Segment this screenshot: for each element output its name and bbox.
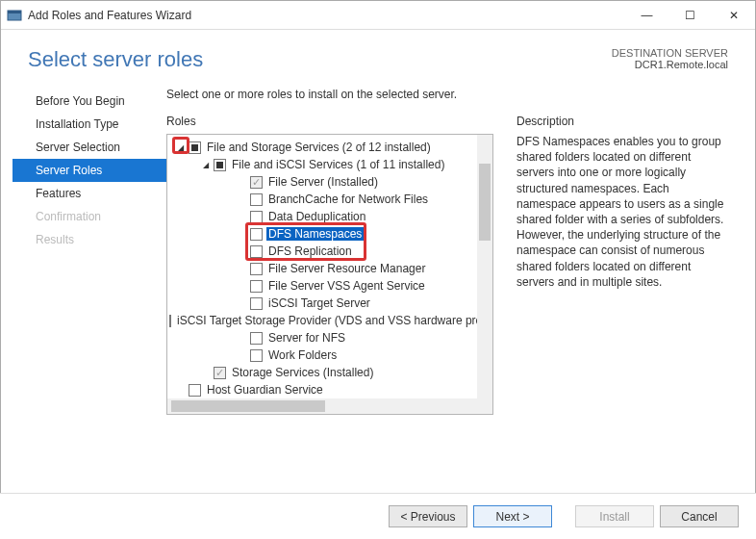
wizard-footer: < Previous Next > Install Cancel bbox=[0, 493, 756, 539]
vertical-scrollbar[interactable] bbox=[477, 135, 492, 398]
close-button[interactable]: ✕ bbox=[712, 1, 755, 30]
window-title: Add Roles and Features Wizard bbox=[28, 9, 625, 22]
tree-node-label[interactable]: File Server VSS Agent Service bbox=[266, 279, 427, 293]
tree-node[interactable]: Storage Services (Installed) bbox=[167, 364, 477, 381]
page-title: Select server roles bbox=[28, 47, 612, 72]
tree-node[interactable]: Data Deduplication bbox=[167, 208, 477, 225]
tree-node[interactable]: ◢File and iSCSI Services (1 of 11 instal… bbox=[167, 156, 477, 173]
tree-node-label[interactable]: DFS Replication bbox=[266, 244, 354, 258]
expander-placeholder bbox=[237, 297, 248, 309]
tree-node[interactable]: File Server VSS Agent Service bbox=[167, 277, 477, 295]
tree-node[interactable]: BranchCache for Network Files bbox=[167, 191, 477, 208]
horizontal-scrollbar[interactable] bbox=[167, 398, 477, 414]
description-text: DFS Namespaces enables you to group shar… bbox=[517, 134, 728, 290]
checkbox[interactable] bbox=[250, 349, 263, 362]
wizard-icon bbox=[7, 8, 22, 23]
destination-label: DESTINATION SERVER bbox=[612, 47, 728, 59]
tree-node-label[interactable]: File Server (Installed) bbox=[266, 175, 380, 189]
checkbox[interactable] bbox=[250, 245, 263, 258]
expander-placeholder bbox=[237, 193, 248, 205]
sidebar-item-installation-type[interactable]: Installation Type bbox=[13, 113, 166, 136]
sidebar-item-confirmation: Confirmation bbox=[13, 205, 166, 228]
roles-tree: ◢File and Storage Services (2 of 12 inst… bbox=[166, 134, 493, 415]
tree-node-label[interactable]: File and iSCSI Services (1 of 11 install… bbox=[230, 158, 446, 171]
checkbox[interactable] bbox=[250, 176, 263, 189]
tree-node-label[interactable]: Data Deduplication bbox=[266, 210, 367, 223]
checkbox[interactable] bbox=[250, 263, 263, 275]
tree-node-label[interactable]: DFS Namespaces bbox=[266, 227, 364, 241]
tree-node-label[interactable]: Host Guardian Service bbox=[205, 383, 325, 397]
checkbox[interactable] bbox=[250, 228, 263, 241]
tree-node[interactable]: Work Folders bbox=[167, 346, 477, 364]
description-heading: Description bbox=[517, 115, 728, 128]
destination-server-block: DESTINATION SERVER DCR1.Remote.local bbox=[612, 47, 728, 70]
checkbox[interactable] bbox=[189, 384, 201, 397]
checkbox[interactable] bbox=[250, 280, 263, 293]
sidebar-item-before-you-begin[interactable]: Before You Begin bbox=[13, 90, 166, 113]
minimize-button[interactable]: — bbox=[625, 1, 668, 30]
tree-node-label[interactable]: iSCSI Target Server bbox=[266, 296, 372, 310]
expander-placeholder bbox=[200, 367, 212, 378]
expander-placeholder bbox=[237, 211, 248, 222]
checkbox[interactable] bbox=[169, 315, 171, 327]
tree-node-label[interactable]: Work Folders bbox=[266, 348, 339, 362]
expander-placeholder bbox=[237, 332, 248, 344]
expander-placeholder bbox=[237, 280, 248, 292]
previous-button[interactable]: < Previous bbox=[389, 505, 467, 527]
expander-placeholder bbox=[175, 384, 187, 396]
tree-node[interactable]: DFS Namespaces bbox=[167, 225, 477, 243]
expander-placeholder bbox=[237, 263, 248, 274]
tree-node-label[interactable]: Storage Services (Installed) bbox=[230, 366, 375, 379]
expander-placeholder bbox=[237, 176, 248, 188]
tree-node-label[interactable]: Server for NFS bbox=[266, 331, 347, 345]
expander-placeholder bbox=[237, 228, 248, 240]
tree-node-label[interactable]: File Server Resource Manager bbox=[266, 262, 427, 275]
tree-node-label[interactable]: iSCSI Target Storage Provider (VDS and V… bbox=[175, 314, 477, 327]
collapse-icon[interactable]: ◢ bbox=[175, 141, 187, 153]
tree-node[interactable]: iSCSI Target Storage Provider (VDS and V… bbox=[167, 312, 477, 329]
cancel-button[interactable]: Cancel bbox=[660, 505, 739, 527]
tree-node-label[interactable]: File and Storage Services (2 of 12 insta… bbox=[205, 141, 433, 154]
titlebar: Add Roles and Features Wizard — ☐ ✕ bbox=[1, 1, 755, 30]
checkbox[interactable] bbox=[250, 297, 263, 310]
checkbox[interactable] bbox=[214, 159, 226, 171]
checkbox[interactable] bbox=[214, 367, 226, 379]
checkbox[interactable] bbox=[250, 211, 263, 223]
sidebar-item-server-selection[interactable]: Server Selection bbox=[13, 136, 166, 159]
destination-server: DCR1.Remote.local bbox=[612, 59, 728, 70]
checkbox[interactable] bbox=[250, 332, 263, 345]
maximize-button[interactable]: ☐ bbox=[668, 1, 712, 30]
roles-heading: Roles bbox=[166, 115, 493, 128]
wizard-steps-sidebar: Before You BeginInstallation TypeServer … bbox=[1, 80, 166, 415]
tree-node[interactable]: File Server Resource Manager bbox=[167, 260, 477, 277]
expander-placeholder bbox=[237, 245, 248, 257]
tree-node[interactable]: DFS Replication bbox=[167, 243, 477, 260]
checkbox[interactable] bbox=[250, 193, 263, 206]
svg-rect-1 bbox=[8, 11, 21, 13]
sidebar-item-features[interactable]: Features bbox=[13, 182, 166, 205]
install-button: Install bbox=[575, 505, 654, 527]
tree-node-label[interactable]: BranchCache for Network Files bbox=[266, 192, 430, 206]
tree-node[interactable]: iSCSI Target Server bbox=[167, 295, 477, 312]
expander-placeholder bbox=[237, 349, 248, 361]
sidebar-item-results: Results bbox=[13, 228, 166, 251]
tree-node[interactable]: Server for NFS bbox=[167, 329, 477, 346]
tree-node[interactable]: Host Guardian Service bbox=[167, 381, 477, 398]
tree-node[interactable]: ◢File and Storage Services (2 of 12 inst… bbox=[167, 139, 477, 156]
instruction-text: Select one or more roles to install on t… bbox=[166, 88, 728, 101]
collapse-icon[interactable]: ◢ bbox=[200, 159, 212, 170]
next-button[interactable]: Next > bbox=[473, 505, 552, 527]
tree-node[interactable]: File Server (Installed) bbox=[167, 173, 477, 191]
sidebar-item-server-roles[interactable]: Server Roles bbox=[13, 159, 166, 182]
checkbox[interactable] bbox=[189, 141, 201, 154]
